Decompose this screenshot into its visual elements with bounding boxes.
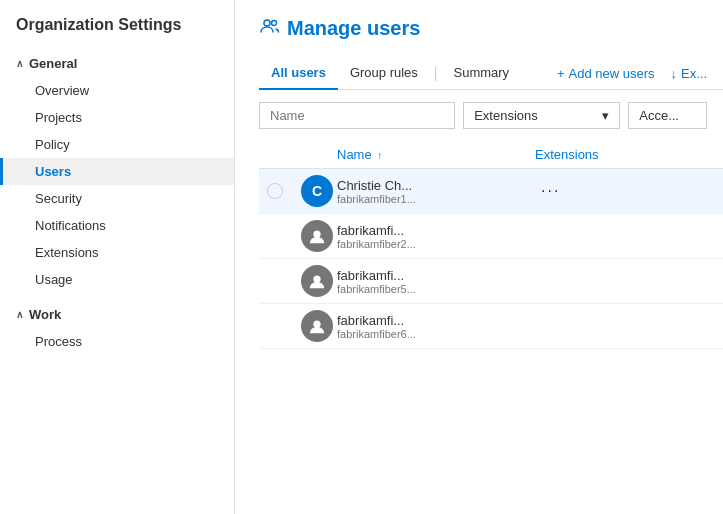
chevron-down-icon: ▾ [602,108,609,123]
sidebar-item-users[interactable]: Users [0,158,234,185]
avatar-circle-gray [301,220,333,252]
sidebar-item-process[interactable]: Process [0,328,234,355]
sidebar-item-security[interactable]: Security [0,185,234,212]
tab-group-rules[interactable]: Group rules [338,57,430,90]
table-row[interactable]: fabrikamfi... fabrikamfiber6... [259,304,723,349]
manage-users-icon [259,16,279,41]
users-table: Name ↑ Extensions C Christie Ch... fabri… [259,141,723,514]
name-filter-input[interactable] [259,102,455,129]
avatar-circle-gray [301,265,333,297]
tab-all-users[interactable]: All users [259,57,338,90]
filter-bar: Extensions ▾ Acce... [259,102,723,129]
row-checkbox[interactable] [267,183,297,199]
sidebar-section-general: ∧ General Overview Projects Policy Users… [0,50,234,293]
chevron-icon-work: ∧ [16,309,23,320]
user-avatar: C [297,175,337,207]
table-header: Name ↑ Extensions [259,141,723,169]
sidebar-item-policy[interactable]: Policy [0,131,234,158]
radio-icon [267,183,283,199]
sidebar-section-work: ∧ Work Process [0,301,234,355]
avatar-circle-blue: C [301,175,333,207]
user-name-cell: Christie Ch... fabrikamfiber1... [337,178,535,205]
tab-summary[interactable]: Summary [441,57,521,90]
user-avatar [297,310,337,342]
table-row[interactable]: fabrikamfi... fabrikamfiber2... [259,214,723,259]
extensions-filter-select[interactable]: Extensions ▾ [463,102,620,129]
page-title: Manage users [287,17,420,40]
export-button[interactable]: ↓ Ex... [670,66,707,81]
page-header: Manage users [259,16,723,41]
sidebar-section-general-label: General [29,56,77,71]
svg-point-0 [264,20,270,26]
user-extensions-cell: ··· [535,180,715,202]
access-filter[interactable]: Acce... [628,102,707,129]
sidebar-item-notifications[interactable]: Notifications [0,212,234,239]
download-icon: ↓ [670,66,677,81]
sidebar-item-projects[interactable]: Projects [0,104,234,131]
svg-point-2 [313,231,320,238]
sidebar-section-general-header[interactable]: ∧ General [0,50,234,77]
header-extensions: Extensions [535,147,715,162]
header-name[interactable]: Name ↑ [337,147,535,162]
main-content: Manage users All users Group rules | Sum… [235,0,723,514]
chevron-icon: ∧ [16,58,23,69]
row-actions-button[interactable]: ··· [535,180,566,202]
tab-separator: | [434,65,438,81]
user-name-cell: fabrikamfi... fabrikamfiber2... [337,223,535,250]
sidebar-section-work-label: Work [29,307,61,322]
plus-icon: + [557,66,565,81]
user-avatar [297,220,337,252]
sidebar-section-work-header[interactable]: ∧ Work [0,301,234,328]
user-avatar [297,265,337,297]
sidebar-item-usage[interactable]: Usage [0,266,234,293]
add-new-users-button[interactable]: + Add new users [557,66,655,81]
tabs-bar: All users Group rules | Summary + Add ne… [259,57,723,90]
sidebar-item-overview[interactable]: Overview [0,77,234,104]
sidebar: Organization Settings ∧ General Overview… [0,0,235,514]
svg-point-4 [313,321,320,328]
sidebar-item-extensions[interactable]: Extensions [0,239,234,266]
svg-point-1 [272,21,277,26]
avatar-circle-gray [301,310,333,342]
svg-point-3 [313,276,320,283]
sort-icon: ↑ [377,150,382,161]
user-name-cell: fabrikamfi... fabrikamfiber6... [337,313,535,340]
user-name-cell: fabrikamfi... fabrikamfiber5... [337,268,535,295]
table-row[interactable]: fabrikamfi... fabrikamfiber5... [259,259,723,304]
table-row[interactable]: C Christie Ch... fabrikamfiber1... ··· 🖊… [259,169,723,214]
sidebar-title: Organization Settings [0,16,234,50]
